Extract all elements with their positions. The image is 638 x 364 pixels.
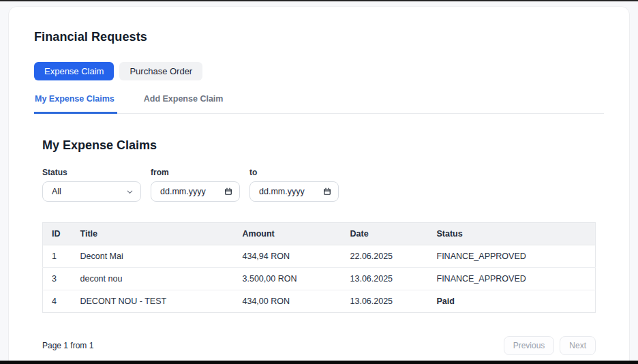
cell-amount: 434,94 RON xyxy=(234,245,341,268)
calendar-icon xyxy=(224,187,232,196)
to-date-input[interactable]: dd.mm.yyyy xyxy=(249,181,339,202)
pager-buttons: Previous Next xyxy=(504,336,596,355)
table-row[interactable]: 3 decont nou 3.500,00 RON 13.06.2025 FIN… xyxy=(43,268,596,290)
tab-bar: My Expense Claims Add Expense Claim xyxy=(34,94,604,114)
cell-id: 3 xyxy=(43,268,72,290)
status-select-value: All xyxy=(52,187,61,196)
page-title: Financial Requests xyxy=(34,30,604,44)
to-date-label: to xyxy=(249,168,339,177)
column-header-amount: Amount xyxy=(234,223,341,245)
cell-status: Paid xyxy=(428,290,596,313)
next-button[interactable]: Next xyxy=(560,336,596,355)
window-bottom-edge xyxy=(0,361,638,364)
cell-date: 13.06.2025 xyxy=(341,268,428,290)
table-row[interactable]: 1 Decont Mai 434,94 RON 22.06.2025 FINAN… xyxy=(43,245,596,268)
cell-title: decont nou xyxy=(72,268,234,290)
page-summary: Page 1 from 1 xyxy=(42,341,93,350)
window-top-edge xyxy=(0,0,638,1)
table-body: 1 Decont Mai 434,94 RON 22.06.2025 FINAN… xyxy=(43,245,596,313)
table-header-row: ID Title Amount Date Status xyxy=(43,223,596,245)
from-date-label: from xyxy=(151,168,240,177)
my-expense-claims-section: My Expense Claims Status All from dd.mm.… xyxy=(34,138,604,355)
cell-status: FINANCE_APPROVED xyxy=(428,268,596,290)
cell-amount: 3.500,00 RON xyxy=(234,268,341,290)
chevron-down-icon xyxy=(126,188,134,196)
pagination: Page 1 from 1 Previous Next xyxy=(42,336,596,355)
cell-date: 13.06.2025 xyxy=(341,290,428,313)
table-row[interactable]: 4 DECONT NOU - TEST 434,00 RON 13.06.202… xyxy=(43,290,596,313)
filters-row: Status All from dd.mm.yyyy t xyxy=(42,168,596,202)
cell-id: 4 xyxy=(43,290,72,313)
calendar-icon xyxy=(323,187,331,196)
cell-status: FINANCE_APPROVED xyxy=(428,245,596,268)
from-date-input[interactable]: dd.mm.yyyy xyxy=(151,181,240,202)
tab-my-expense-claims[interactable]: My Expense Claims xyxy=(34,94,117,114)
cell-amount: 434,00 RON xyxy=(234,290,341,313)
purchase-order-button[interactable]: Purchase Order xyxy=(119,62,202,80)
section-heading: My Expense Claims xyxy=(42,138,596,153)
to-date-filter: to dd.mm.yyyy xyxy=(249,168,339,202)
status-filter: Status All xyxy=(42,168,141,202)
status-select[interactable]: All xyxy=(42,181,141,202)
cell-title: Decont Mai xyxy=(72,245,234,268)
expense-claims-table: ID Title Amount Date Status 1 Decont Mai… xyxy=(42,222,596,313)
column-header-date: Date xyxy=(341,223,428,245)
request-type-toggle: Expense Claim Purchase Order xyxy=(34,62,604,80)
from-date-placeholder: dd.mm.yyyy xyxy=(160,187,206,196)
to-date-placeholder: dd.mm.yyyy xyxy=(259,187,305,196)
column-header-status: Status xyxy=(428,223,596,245)
financial-requests-card: Financial Requests Expense Claim Purchas… xyxy=(9,7,629,361)
tab-add-expense-claim[interactable]: Add Expense Claim xyxy=(143,94,226,114)
expense-claim-button[interactable]: Expense Claim xyxy=(34,62,114,80)
from-date-filter: from dd.mm.yyyy xyxy=(151,168,240,202)
cell-id: 1 xyxy=(43,245,72,268)
status-filter-label: Status xyxy=(42,168,141,177)
column-header-id: ID xyxy=(43,223,72,245)
column-header-title: Title xyxy=(72,223,234,245)
cell-date: 22.06.2025 xyxy=(341,245,428,268)
cell-title: DECONT NOU - TEST xyxy=(72,290,234,313)
previous-button[interactable]: Previous xyxy=(504,336,555,355)
